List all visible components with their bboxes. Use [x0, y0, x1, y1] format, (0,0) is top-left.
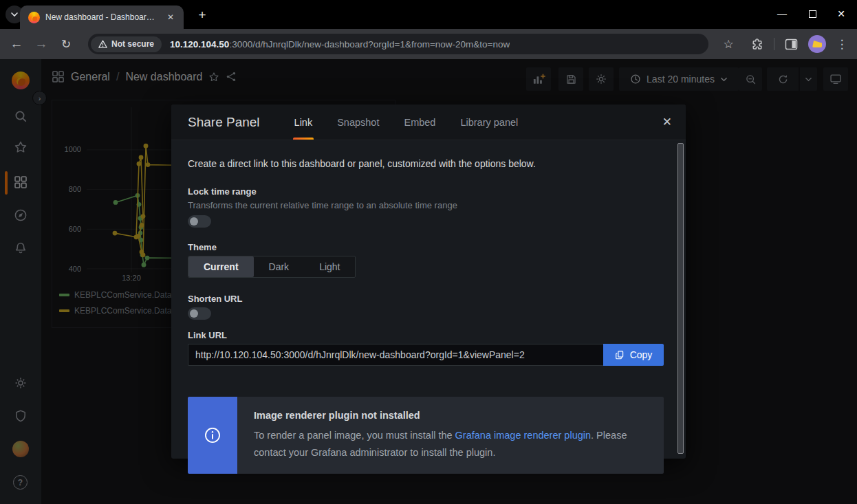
- tab-library-panel[interactable]: Library panel: [459, 105, 519, 140]
- bookmark-star-button[interactable]: ☆: [719, 34, 738, 54]
- toolbar-divider: [774, 38, 774, 50]
- cheese-icon: [812, 41, 822, 47]
- tab-embed[interactable]: Embed: [402, 105, 437, 140]
- alert-body: Image renderer plugin not installed To r…: [237, 397, 664, 474]
- alert-title: Image renderer plugin not installed: [254, 410, 647, 421]
- new-tab-button[interactable]: +: [193, 6, 211, 24]
- security-label: Not secure: [111, 39, 154, 49]
- maximize-icon: [809, 10, 816, 18]
- security-badge[interactable]: Not secure: [91, 36, 162, 52]
- modal-header: Share Panel Link Snapshot Embed Library …: [171, 105, 686, 140]
- chevron-down-icon: [10, 10, 19, 19]
- url-bar[interactable]: Not secure 10.120.104.50:3000/d/hJnrqlDl…: [88, 34, 708, 54]
- forward-button[interactable]: →: [32, 34, 51, 54]
- modal-body: Create a direct link to this dashboard o…: [171, 140, 686, 474]
- theme-option-current[interactable]: Current: [188, 256, 254, 277]
- share-panel-modal: Share Panel Link Snapshot Embed Library …: [171, 105, 686, 459]
- shorten-url-toggle[interactable]: [188, 307, 211, 320]
- window-maximize-button[interactable]: [798, 4, 827, 23]
- side-panel-button[interactable]: [781, 34, 801, 54]
- toggle-knob: [190, 217, 198, 226]
- lock-time-range-toggle[interactable]: [188, 215, 211, 228]
- url-path: :3000/d/hJnrqlDlk/new-dashboard?orgId=1&…: [229, 39, 510, 50]
- tab-close-icon[interactable]: ✕: [164, 11, 177, 23]
- renderer-plugin-link[interactable]: Grafana image renderer plugin: [455, 430, 591, 441]
- alert-text: To render a panel image, you must instal…: [254, 427, 647, 462]
- tab-title: New dashboard - Dashboards -: [45, 12, 159, 22]
- alert-text-before: To render a panel image, you must instal…: [254, 430, 455, 441]
- lock-time-range-label: Lock time range: [188, 186, 664, 197]
- modal-scrollbar[interactable]: [677, 143, 684, 454]
- theme-button-group: Current Dark Light: [188, 256, 356, 278]
- modal-title: Share Panel: [188, 115, 260, 130]
- tab-link[interactable]: Link: [293, 105, 314, 140]
- profile-avatar[interactable]: [807, 34, 827, 54]
- shorten-url-label: Shorten URL: [188, 294, 664, 304]
- browser-tab[interactable]: New dashboard - Dashboards - ✕: [20, 6, 184, 29]
- alert-icon-panel: [188, 397, 237, 474]
- copy-button-label: Copy: [630, 349, 653, 360]
- lock-time-range-description: Transforms the current relative time ran…: [188, 200, 664, 210]
- grafana-favicon-icon: [28, 12, 40, 23]
- link-url-input[interactable]: [188, 344, 603, 366]
- theme-option-dark[interactable]: Dark: [254, 256, 305, 277]
- url-text: 10.120.104.50:3000/d/hJnrqlDlk/new-dashb…: [170, 39, 510, 50]
- window-minimize-button[interactable]: —: [768, 4, 796, 23]
- window-close-button[interactable]: ✕: [827, 4, 856, 23]
- url-host: 10.120.104.50: [170, 39, 229, 50]
- modal-description: Create a direct link to this dashboard o…: [188, 158, 664, 169]
- link-url-label: Link URL: [188, 330, 664, 340]
- close-icon[interactable]: ✕: [662, 115, 672, 129]
- puzzle-icon: [751, 38, 764, 51]
- browser-menu-button[interactable]: ⋮: [832, 34, 851, 54]
- info-icon: [204, 426, 221, 444]
- warning-icon: [98, 40, 107, 48]
- renderer-alert: Image renderer plugin not installed To r…: [188, 397, 664, 474]
- tab-snapshot[interactable]: Snapshot: [336, 105, 380, 140]
- back-button[interactable]: ←: [7, 34, 26, 54]
- copy-icon: [615, 350, 625, 360]
- side-panel-icon: [785, 39, 798, 50]
- browser-toolbar: ← → ↻ Not secure 10.120.104.50:3000/d/hJ…: [0, 29, 857, 59]
- avatar: [808, 35, 826, 53]
- extensions-button[interactable]: [748, 34, 767, 54]
- copy-button[interactable]: Copy: [603, 344, 664, 366]
- grafana-app: ? › General / New dashboard Last 20 minu…: [0, 59, 857, 504]
- theme-label: Theme: [188, 242, 664, 252]
- toggle-knob: [190, 309, 198, 318]
- reload-button[interactable]: ↻: [56, 34, 76, 54]
- theme-option-light[interactable]: Light: [304, 256, 355, 277]
- browser-titlebar: New dashboard - Dashboards - ✕ + — ✕: [0, 0, 857, 29]
